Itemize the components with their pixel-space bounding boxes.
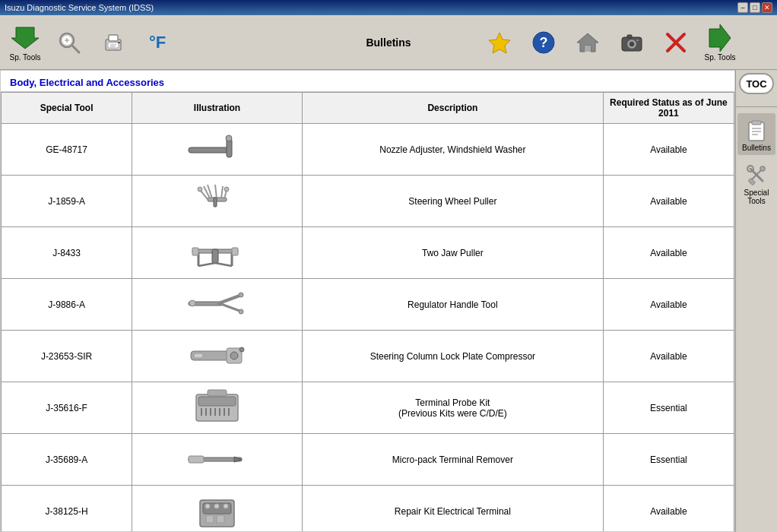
tool-id-cell: J-9886-A [2,279,132,331]
svg-rect-39 [212,249,218,263]
status-cell: Available [603,279,734,331]
svg-rect-58 [198,397,236,406]
svg-line-32 [215,185,217,198]
bulletins-icon [743,116,770,144]
close-x-button[interactable] [657,27,695,58]
temperature-button[interactable]: °F [138,27,176,58]
status-cell: Available [603,331,734,382]
svg-rect-72 [206,515,214,523]
description-cell: Two Jaw Puller [302,227,603,279]
tool-id-cell: J-35616-F [2,382,132,434]
table-row: J-1859-A [2,176,734,227]
description-cell: Micro-pack Terminal Remover [302,434,603,486]
content-header: Body, Electrical and Accessories [1,71,734,92]
toolbar-left: Sp. Tools [6,23,176,62]
tools-table: Special Tool Illustration Description Re… [1,92,734,531]
svg-rect-25 [189,147,230,153]
svg-rect-21 [636,40,639,41]
tool-id-cell: J-1859-A [2,176,132,227]
status-cell: Available [603,176,734,227]
magnifier-button[interactable] [50,27,88,58]
special-tools-icon [743,161,770,188]
illustration-cell [132,382,303,434]
table-row: J-38125-H [2,486,734,532]
tool-illustration [183,180,252,222]
close-button[interactable]: ✕ [762,2,772,13]
temperature-icon: °F [142,27,173,58]
toolbar-center-label: Bulletins [366,36,411,49]
svg-point-75 [214,504,219,508]
svg-rect-86 [748,178,755,185]
svg-line-3 [72,46,79,52]
right-sidebar: TOC Bulletins [735,70,777,532]
sp-tools-left-button[interactable]: Sp. Tools [6,23,44,62]
svg-rect-35 [214,198,217,207]
sidebar-divider [736,106,777,107]
main-area: Body, Electrical and Accessories Special… [0,70,777,532]
status-cell: Essential [603,434,734,486]
status-cell: Available [603,124,734,176]
sidebar-item-special-tools[interactable]: Special Tools [737,158,775,208]
illustration-cell [132,227,303,279]
tool-illustration [183,283,252,325]
table-row: J-35689-A [2,434,734,486]
question-icon: ? [528,27,559,58]
toolbar: Sp. Tools [0,15,777,70]
illustration-cell [132,176,303,227]
svg-line-41 [198,263,215,266]
tool-illustration [183,128,252,170]
svg-text:?: ? [540,35,548,50]
col-description: Description [302,93,603,124]
illustration-cell [132,331,303,382]
svg-rect-20 [627,35,632,38]
sp-tools-right-label: Sp. Tools [705,53,736,62]
tool-illustration [183,232,252,274]
svg-point-37 [224,187,229,192]
sp-tools-right-button[interactable]: Sp. Tools [701,23,739,62]
toc-label: TOC [746,78,766,90]
sidebar-item-bulletins[interactable]: Bulletins [737,113,775,155]
svg-rect-55 [194,353,203,358]
svg-rect-66 [208,390,227,396]
description-cell: Terminal Probe Kit (Previous Kits were C… [302,382,603,434]
svg-point-85 [760,166,765,171]
camera-button[interactable] [613,27,651,58]
table-row: J-8433 [2,227,734,279]
table-row: J-9886-A [2,279,734,331]
illustration-cell [132,434,303,486]
star-button[interactable] [480,27,519,58]
svg-rect-73 [217,515,224,523]
col-status: Required Status as of June 2011 [603,93,734,124]
magnifier-icon [54,27,84,58]
svg-point-56 [239,347,244,352]
description-cell: Nozzle Adjuster, Windshield Washer [302,124,603,176]
camera-icon [617,27,647,58]
table-row: J-35616-F [2,382,734,434]
svg-point-50 [239,293,243,297]
toc-button[interactable]: TOC [739,73,774,94]
sp-tools-left-label: Sp. Tools [10,53,41,62]
green-arrow-down-icon [10,23,40,53]
title-bar-controls: – □ ✕ [737,2,772,13]
svg-point-54 [230,352,238,359]
scroll-area[interactable]: Special Tool Illustration Description Re… [1,92,734,531]
svg-marker-0 [11,27,39,49]
description-cell: Steering Wheel Puller [302,176,603,227]
home-button[interactable] [569,27,607,58]
illustration-cell [132,124,303,176]
svg-point-74 [205,504,210,508]
tool-id-cell: J-23653-SIR [2,331,132,382]
tool-illustration [183,439,252,480]
printer-button[interactable] [94,27,132,58]
table-row: GE-48717 Nozzle Adjust [2,124,734,176]
minimize-button[interactable]: – [737,2,748,13]
col-special-tool: Special Tool [2,93,132,124]
help-button[interactable]: ? [525,27,563,58]
maximize-button[interactable]: □ [750,2,760,13]
svg-point-27 [226,135,232,141]
svg-point-51 [239,309,243,314]
description-cell: Steering Column Lock Plate Compressor [302,331,603,382]
svg-rect-68 [189,456,204,463]
status-cell: Available [603,486,734,532]
content-pane: Body, Electrical and Accessories Special… [0,70,735,532]
